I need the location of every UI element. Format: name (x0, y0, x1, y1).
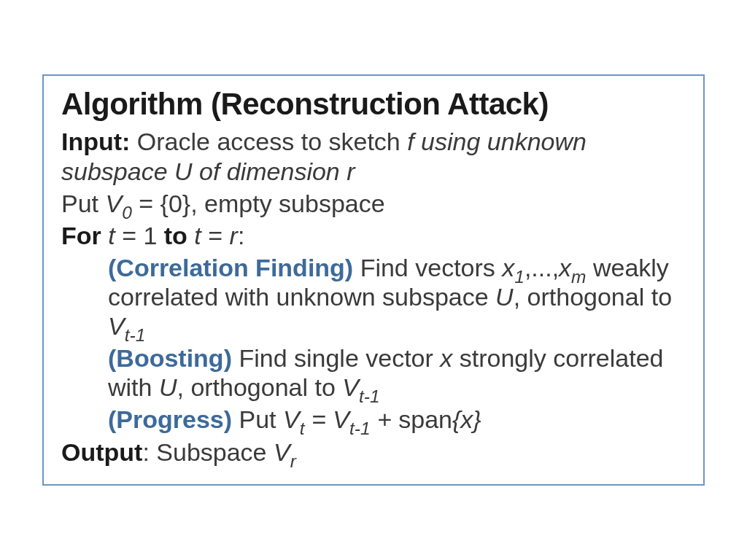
init-prefix: Put (61, 190, 105, 217)
for-r: r (230, 222, 238, 249)
for-label: For (61, 222, 101, 249)
boosting-label: (Boosting) (108, 344, 232, 372)
input-line: Input: Oracle access to sketch f using u… (61, 127, 686, 185)
corr-text1: Find vectors (353, 254, 502, 281)
boost-text1: Find single vector (232, 344, 440, 372)
for-line: For t = 1 to t = r: (61, 221, 686, 250)
corr-text3: , orthogonal to (514, 283, 672, 311)
correlation-label: (Correlation Finding) (108, 254, 353, 281)
init-rest: = {0}, empty subspace (132, 190, 385, 217)
prog-span-word: span (398, 405, 452, 433)
boost-U: U (159, 373, 177, 401)
init-line: Put V0 = {0}, empty subspace (61, 189, 686, 218)
prog-text1: Put (232, 405, 283, 433)
prog-eq: = (305, 405, 333, 433)
for-eq2: = (201, 222, 230, 249)
boost-x: x (440, 344, 452, 372)
output-line: Output: Subspace Vr (61, 438, 686, 467)
corr-U: U (495, 283, 514, 311)
corr-s1: 1 (514, 267, 525, 287)
corr-x1: x (502, 254, 514, 281)
for-colon: : (238, 222, 244, 249)
prog-plus: + (371, 405, 399, 433)
output-Vsub: r (290, 451, 296, 471)
prog-Vtm1: V (333, 405, 349, 433)
progress-line: (Progress) Put Vt = Vt-1 + span{x} (108, 405, 686, 434)
corr-Vsub: t-1 (125, 325, 146, 345)
prog-Vt: V (283, 405, 300, 433)
boost-Vsub: t-1 (359, 386, 380, 406)
corr-V: V (108, 312, 125, 340)
for-t1: t (101, 222, 115, 249)
init-var: V (105, 190, 122, 217)
progress-label: (Progress) (108, 405, 232, 433)
input-label: Input: (61, 128, 130, 155)
prog-Vtsub: t (300, 419, 305, 438)
for-t2: t (187, 222, 201, 249)
corr-sm: m (571, 267, 586, 287)
to-label: to (164, 222, 187, 249)
prog-Vtm1sub: t-1 (349, 419, 371, 438)
init-sub: 0 (122, 203, 132, 222)
output-colon: : Subspace (142, 438, 274, 466)
for-eq1: = 1 (115, 222, 164, 249)
output-label: Output (61, 438, 142, 466)
corr-dots: ,..., (525, 254, 559, 281)
algorithm-title: Algorithm (Reconstruction Attack) (61, 88, 686, 121)
prog-braces: {x} (452, 405, 481, 433)
output-V: V (274, 438, 290, 466)
input-text-prefix: Oracle access to sketch (130, 128, 407, 155)
boost-V: V (342, 373, 359, 401)
algorithm-box: Algorithm (Reconstruction Attack) Input:… (42, 74, 705, 485)
corr-xm: x (559, 254, 571, 281)
boost-text3: , orthogonal to (177, 373, 342, 401)
boosting-line: (Boosting) Find single vector x strongly… (108, 343, 686, 402)
correlation-line: (Correlation Finding) Find vectors x1,..… (108, 253, 686, 341)
